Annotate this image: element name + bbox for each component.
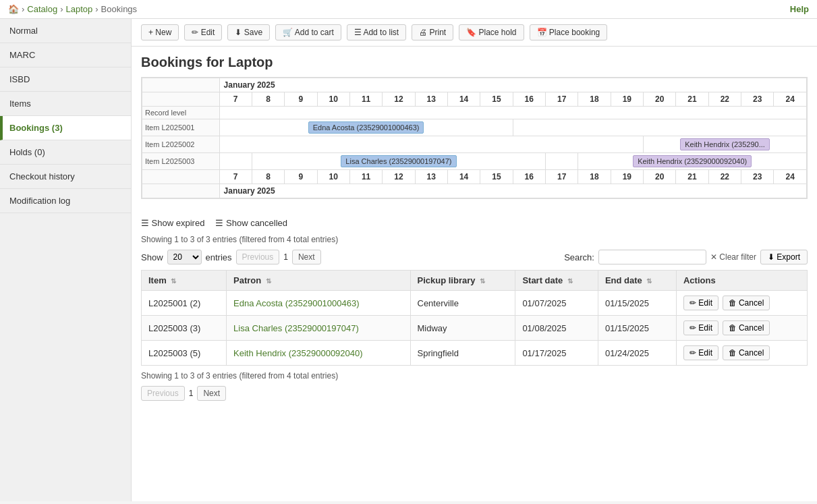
booking-keith-3[interactable]: Keith Hendrix (23529000092040) xyxy=(633,155,752,167)
help-link[interactable]: Help xyxy=(790,4,809,14)
cal-day-18: 18 xyxy=(578,92,611,107)
new-button[interactable]: + New xyxy=(141,24,179,40)
cell-item-2: L2025003 (5) xyxy=(142,341,227,366)
booking-lisa[interactable]: Lisa Charles (23529000197047) xyxy=(341,155,456,167)
sidebar-item-checkout-history[interactable]: Checkout history xyxy=(0,165,131,189)
add-to-cart-button[interactable]: 🛒 Add to cart xyxy=(275,24,341,40)
cal-day-14: 14 xyxy=(447,92,480,107)
cancel-row-button-1[interactable]: 🗑 Cancel xyxy=(723,320,770,335)
patron-link-0[interactable]: Edna Acosta (23529001000463) xyxy=(233,298,360,308)
toolbar: + New ✏ Edit ⬇ Save 🛒 Add to cart ☰ Add … xyxy=(132,19,817,47)
add-to-list-button[interactable]: ☰ Add to list xyxy=(347,24,406,40)
col-header-end-date[interactable]: End date ⇅ xyxy=(598,271,676,291)
entries-label: entries xyxy=(206,252,232,262)
sort-icon-patron: ⇅ xyxy=(266,277,271,285)
edit-row-button-0[interactable]: ✏ Edit xyxy=(683,296,719,310)
col-header-pickup-library[interactable]: Pickup library ⇅ xyxy=(410,271,515,291)
col-header-patron[interactable]: Patron ⇅ xyxy=(227,271,410,291)
cal-foot-day-7: 7 xyxy=(219,170,252,184)
cal-foot-day-23: 23 xyxy=(741,170,774,184)
col-pickup-label: Pickup library xyxy=(418,275,476,285)
breadcrumb-sep-3: › xyxy=(95,4,98,14)
sidebar-item-items[interactable]: Items xyxy=(0,92,131,116)
cell-start-1: 01/08/2025 xyxy=(515,316,598,341)
bookings-crumb: Bookings xyxy=(101,4,137,14)
item-l2025001-empty xyxy=(513,119,806,136)
item-l2025003-booking-lisa[interactable]: Lisa Charles (23529000197047) xyxy=(252,153,545,170)
show-cancelled-filter[interactable]: ☰ Show cancelled xyxy=(215,218,287,228)
edit-button[interactable]: ✏ Edit xyxy=(184,24,222,40)
page-num-top: 1 xyxy=(283,252,288,262)
cal-day-20: 20 xyxy=(644,92,676,107)
patron-link-1[interactable]: Lisa Charles (23529000197047) xyxy=(233,323,359,333)
cal-foot-day-14: 14 xyxy=(447,170,480,184)
record-level-label: Record level xyxy=(142,107,220,119)
breadcrumb: 🏠 › Catalog › Laptop › Bookings xyxy=(8,4,137,14)
bookings-section: ☰ Show expired ☰ Show cancelled Showing … xyxy=(132,208,817,410)
cell-patron-2: Keith Hendrix (23529000092040) xyxy=(227,341,410,366)
catalog-link[interactable]: Catalog xyxy=(27,4,57,14)
main-content: + New ✏ Edit ⬇ Save 🛒 Add to cart ☰ Add … xyxy=(132,19,817,501)
pagination-bottom: Previous 1 Next xyxy=(141,386,808,401)
edit-row-button-2[interactable]: ✏ Edit xyxy=(683,345,719,360)
booking-keith-2[interactable]: Keith Hendrix (235290... xyxy=(680,138,770,150)
item-l2025001-label: Item L2025001 xyxy=(142,119,220,136)
prev-button-top[interactable]: Previous xyxy=(236,250,280,264)
cal-day-10: 10 xyxy=(317,92,349,107)
sidebar-item-isbd[interactable]: ISBD xyxy=(0,67,131,92)
sidebar-item-normal[interactable]: Normal xyxy=(0,19,131,43)
col-header-start-date[interactable]: Start date ⇅ xyxy=(515,271,598,291)
cell-item-0: L2025001 (2) xyxy=(142,291,227,316)
showing-text-bottom: Showing 1 to 3 of 3 entries (filtered fr… xyxy=(141,371,808,381)
item-l2025002-empty xyxy=(219,136,643,153)
print-button[interactable]: 🖨 Print xyxy=(412,24,453,40)
cal-day-24: 24 xyxy=(774,92,807,107)
edit-row-button-1[interactable]: ✏ Edit xyxy=(683,320,719,335)
sort-icon-end: ⇅ xyxy=(646,277,652,285)
cal-foot-day-13: 13 xyxy=(415,170,447,184)
sidebar-item-holds[interactable]: Holds (0) xyxy=(0,140,131,165)
cancel-row-button-0[interactable]: 🗑 Cancel xyxy=(723,296,770,310)
place-hold-button[interactable]: 🔖 Place hold xyxy=(459,24,524,40)
export-button[interactable]: ⬇ Export xyxy=(760,250,808,264)
cal-foot-day-12: 12 xyxy=(383,170,415,184)
cal-foot-day-15: 15 xyxy=(480,170,513,184)
laptop-link[interactable]: Laptop xyxy=(66,4,93,14)
search-input[interactable] xyxy=(598,250,706,264)
next-button-bottom[interactable]: Next xyxy=(197,386,226,401)
item-l2025001-booking[interactable]: Edna Acosta (23529001000463) xyxy=(219,119,513,136)
col-header-item[interactable]: Item ⇅ xyxy=(142,271,227,291)
clear-filter-button[interactable]: ✕ Clear filter xyxy=(710,252,756,262)
home-link[interactable]: 🏠 xyxy=(8,4,19,14)
sidebar-item-bookings[interactable]: Bookings (3) xyxy=(0,116,131,140)
filter-links: ☰ Show expired ☰ Show cancelled xyxy=(141,218,808,228)
cal-foot-day-20: 20 xyxy=(644,170,676,184)
cancel-row-button-2[interactable]: 🗑 Cancel xyxy=(723,345,770,360)
bookings-table: Item ⇅ Patron ⇅ Pickup library ⇅ Start xyxy=(141,270,808,366)
prev-button-bottom[interactable]: Previous xyxy=(141,386,185,401)
pagination-top: Previous 1 Next xyxy=(236,250,321,264)
save-button[interactable]: ⬇ Save xyxy=(227,24,270,40)
cal-footer-empty xyxy=(142,170,220,184)
sidebar-item-modification-log[interactable]: Modification log xyxy=(0,189,131,213)
sidebar-item-marc[interactable]: MARC xyxy=(0,43,131,67)
cal-day-23: 23 xyxy=(741,92,774,107)
cal-day-17: 17 xyxy=(545,92,577,107)
cell-start-0: 01/07/2025 xyxy=(515,291,598,316)
item-l2025002-booking[interactable]: Keith Hendrix (235290... xyxy=(644,136,807,153)
cal-foot-day-22: 22 xyxy=(708,170,741,184)
item-l2025003-booking-keith[interactable]: Keith Hendrix (23529000092040) xyxy=(578,153,807,170)
col-header-actions: Actions xyxy=(676,271,807,291)
show-entries-select[interactable]: 10 20 50 100 xyxy=(167,250,202,264)
cal-foot-day-10: 10 xyxy=(317,170,349,184)
place-booking-button[interactable]: 📅 Place booking xyxy=(530,24,608,40)
cal-day-13: 13 xyxy=(415,92,447,107)
page-title: Bookings for Laptop xyxy=(132,47,817,77)
next-button-top[interactable]: Next xyxy=(292,250,321,264)
patron-link-2[interactable]: Keith Hendrix (23529000092040) xyxy=(233,348,363,358)
cell-patron-0: Edna Acosta (23529001000463) xyxy=(227,291,410,316)
booking-edna[interactable]: Edna Acosta (23529001000463) xyxy=(308,121,424,134)
breadcrumb-sep-2: › xyxy=(60,4,63,14)
cell-start-2: 01/17/2025 xyxy=(515,341,598,366)
show-expired-filter[interactable]: ☰ Show expired xyxy=(141,218,204,228)
